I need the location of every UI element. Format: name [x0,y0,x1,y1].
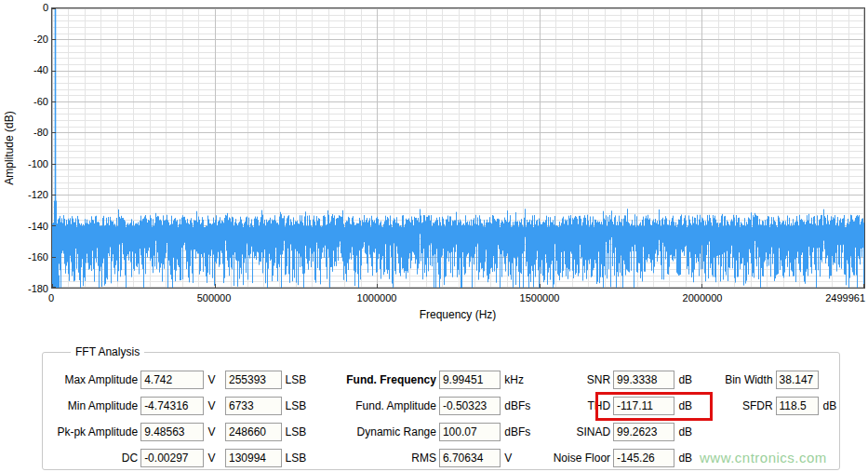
unit-lsb: LSB [286,452,309,465]
y-tick-label: -80 [13,127,48,138]
label-dc: DC [43,452,138,465]
y-tick-label: -140 [13,221,48,232]
label-sfdr: SFDR [695,399,773,412]
label-rms: RMS [309,452,436,465]
y-tick-label: -40 [13,64,48,75]
label-thd: THD [531,399,610,412]
field-noise-floor[interactable]: -145.26 [613,449,674,467]
field-min-amplitude-lsb[interactable]: 6733 [225,397,282,415]
label-fund-amplitude: Fund. Amplitude [309,399,436,412]
unit-dbfs: dBFs [504,425,531,438]
x-tick-label: 0 [48,292,54,303]
label-fund-frequency: Fund. Frequency [309,373,436,386]
label-dynamic-range: Dynamic Range [309,425,436,438]
y-tick-label: -20 [13,34,48,45]
y-tick-label: -100 [13,158,48,169]
x-tick-label: 1000000 [357,292,397,303]
field-rms[interactable]: 6.70634 [439,449,501,467]
x-axis-title: Frequency (Hz) [420,308,497,321]
unit-volts: V [207,452,222,465]
field-row: DC -0.00297 V 130994 LSB RMS 6.70634 V N… [43,445,839,471]
unit-db: dB [822,399,839,412]
x-tick-label: 2000000 [683,292,723,303]
y-axis-title: Amplitude (dB) [3,111,16,184]
field-sfdr[interactable]: 118.5 [776,397,820,415]
spectrum-canvas[interactable] [52,8,864,288]
unit-db: dB [678,425,695,438]
unit-db: dB [678,373,695,386]
y-tick-label: -160 [13,251,48,263]
unit-db: dB [678,399,695,412]
groupbox-title: FFT Analysis [71,345,144,358]
unit-volts: V [207,425,222,438]
field-dynamic-range[interactable]: 100.07 [439,423,501,441]
label-pkpk-amplitude: Pk-pk Amplitude [43,425,138,438]
field-pkpk-amplitude-v[interactable]: 9.48563 [140,423,204,441]
unit-dbfs: dBFs [504,399,531,412]
unit-khz: kHz [504,373,531,386]
unit-volts: V [207,399,222,412]
unit-lsb: LSB [286,373,309,386]
field-max-amplitude-lsb[interactable]: 255393 [225,371,282,389]
unit-lsb: LSB [286,399,309,412]
field-snr[interactable]: 99.3338 [613,371,674,389]
field-dc-v[interactable]: -0.00297 [140,449,204,467]
field-fund-amplitude[interactable]: -0.50323 [439,397,501,415]
fft-spectrum-chart: Amplitude (dB) Frequency (Hz) 0-20-40-60… [0,0,868,328]
plot-area[interactable] [51,7,865,289]
field-sinad[interactable]: 99.2623 [613,423,674,441]
field-min-amplitude-v[interactable]: -4.74316 [140,397,204,415]
y-tick-label: -60 [13,96,48,107]
label-noise-floor: Noise Floor [531,452,610,465]
field-row: Max Amplitude 4.742 V 255393 LSB Fund. F… [43,367,839,393]
label-min-amplitude: Min Amplitude [43,399,138,412]
unit-lsb: LSB [286,425,309,438]
label-max-amplitude: Max Amplitude [43,373,138,386]
field-pkpk-amplitude-lsb[interactable]: 248660 [225,423,282,441]
unit-volts: V [207,373,222,386]
field-dc-lsb[interactable]: 130994 [225,449,282,467]
label-bin-width: Bin Width [695,373,773,386]
x-tick-label: 500000 [197,292,232,303]
field-row: Pk-pk Amplitude 9.48563 V 248660 LSB Dyn… [43,419,839,445]
x-tick-label: 2499961 [825,292,865,303]
field-row: Min Amplitude -4.74316 V 6733 LSB Fund. … [43,393,839,419]
fft-analysis-groupbox: FFT Analysis Max Amplitude 4.742 V 25539… [42,352,840,470]
unit-volts: V [504,452,531,465]
field-bin-width[interactable]: 38.147 [776,371,820,389]
x-tick-label: 1500000 [520,292,560,303]
fields-grid: Max Amplitude 4.742 V 255393 LSB Fund. F… [43,367,839,471]
field-thd[interactable]: -117.11 [613,397,674,415]
field-max-amplitude-v[interactable]: 4.742 [140,371,204,389]
y-tick-label: -180 [13,283,48,294]
label-snr: SNR [531,373,610,386]
unit-db: dB [678,452,695,465]
field-fund-frequency[interactable]: 9.99451 [439,371,501,389]
y-tick-label: -120 [13,189,48,200]
y-tick-label: 0 [13,2,48,13]
label-sinad: SINAD [531,425,610,438]
